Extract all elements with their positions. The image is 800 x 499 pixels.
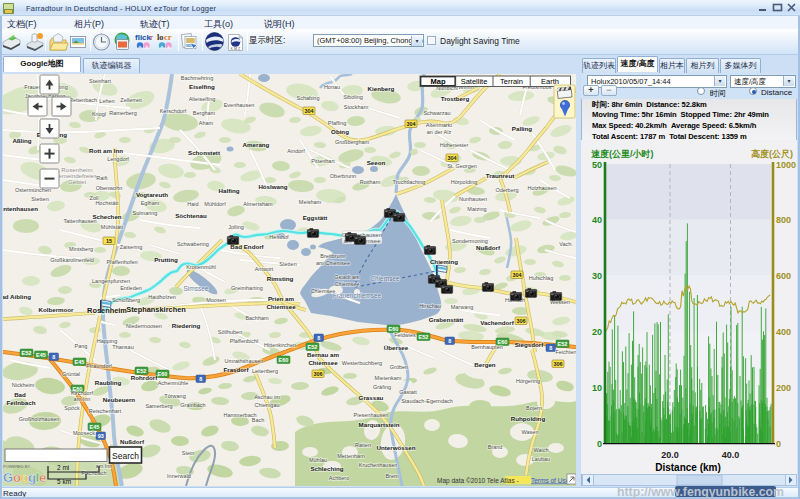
svg-text:Niedermoosen: Niedermoosen [126, 323, 162, 329]
svg-text:Alteiselfing: Alteiselfing [189, 96, 216, 102]
svg-text:E52: E52 [308, 344, 318, 350]
svg-text:Distance (km): Distance (km) [655, 462, 721, 473]
svg-text:Prien am: Prien am [268, 295, 295, 302]
svg-text:Leitenberg: Leitenberg [252, 368, 278, 374]
svg-text:Eglham: Eglham [141, 200, 160, 206]
svg-text:Waich: Waich [533, 447, 548, 453]
svg-text:0: 0 [597, 439, 602, 449]
svg-text:50: 50 [592, 160, 602, 170]
svg-text:高度(公尺): 高度(公尺) [751, 149, 793, 159]
svg-text:2 mi: 2 mi [57, 464, 69, 471]
svg-text:Rettenbach: Rettenbach [69, 97, 97, 103]
svg-text:Innerwald: Innerwald [167, 473, 191, 479]
svg-text:Aindorf: Aindorf [287, 148, 305, 154]
svg-text:Söchtenau: Söchtenau [175, 212, 207, 219]
svg-text:Kienberg: Kienberg [368, 85, 395, 92]
svg-text:E52: E52 [22, 350, 32, 356]
svg-text:Marquartstein: Marquartstein [359, 421, 400, 428]
svg-text:Bojern: Bojern [526, 405, 542, 411]
svg-text:Schonstett: Schonstett [188, 149, 220, 156]
svg-text:Rohrdorf: Rohrdorf [131, 374, 158, 381]
svg-text:5 km: 5 km [57, 478, 71, 485]
svg-text:Schechen: Schechen [92, 213, 121, 220]
svg-text:Simssee: Simssee [184, 285, 209, 292]
svg-text:600: 600 [776, 271, 791, 281]
svg-text:Vachendorf: Vachendorf [480, 319, 515, 326]
svg-text:Großkarolinenfeld: Großkarolinenfeld [50, 257, 94, 263]
svg-text:Stephanskirchen: Stephanskirchen [126, 305, 186, 314]
svg-text:Amerang: Amerang [243, 141, 270, 148]
svg-text:Hufschlag: Hufschlag [529, 275, 553, 281]
svg-text:Chieming: Chieming [430, 258, 458, 265]
svg-text:Bergham: Bergham [193, 110, 216, 116]
svg-text:Haidholzen: Haidholzen [148, 294, 176, 300]
svg-text:Tuntenhausen: Tuntenhausen [3, 205, 38, 212]
svg-text:an der Alz: an der Alz [427, 129, 452, 135]
svg-text:Bernhaupten: Bernhaupten [471, 344, 503, 350]
svg-text:Pfaffing: Pfaffing [328, 120, 347, 126]
svg-text:Seeon: Seeon [367, 159, 386, 166]
svg-text:Bad Aibling: Bad Aibling [3, 293, 31, 300]
svg-text:Hirschau: Hirschau [419, 303, 441, 309]
svg-text:Pfaffenhofen: Pfaffenhofen [106, 259, 137, 265]
svg-text:8: 8 [317, 335, 320, 341]
svg-text:Chiemsee: Chiemsee [370, 275, 400, 282]
svg-text:Map data ©2010 Tele Atlas -: Map data ©2010 Tele Atlas - [437, 477, 519, 485]
svg-text:Vach.: Vach. [559, 241, 573, 247]
svg-text:40.0: 40.0 [722, 450, 740, 460]
svg-text:Siegsdorf: Siegsdorf [515, 341, 544, 348]
svg-text:1000: 1000 [776, 160, 796, 170]
svg-text:Terms of Use: Terms of Use [531, 477, 570, 484]
svg-text:am Inn: am Inn [74, 396, 91, 402]
svg-text:Feichten: Feichten [555, 349, 576, 355]
svg-text:Gröben: Gröben [390, 364, 408, 370]
svg-text:E45: E45 [75, 359, 85, 365]
svg-text:Achenmühle: Achenmühle [158, 380, 189, 386]
svg-text:E60: E60 [279, 357, 289, 363]
svg-text:Siboling: Siboling [343, 94, 363, 100]
svg-text:Aschau im: Aschau im [254, 394, 280, 400]
svg-text:Gastatt: Gastatt [399, 389, 417, 395]
svg-text:Nußdorf: Nußdorf [120, 438, 145, 445]
svg-text:Steinhart: Steinhart [89, 78, 111, 84]
svg-text:Übersee: Übersee [384, 344, 409, 351]
svg-text:Chiemsee: Chiemsee [335, 281, 360, 287]
svg-text:Satellite: Satellite [461, 77, 488, 86]
svg-text:Antwort: Antwort [255, 266, 274, 272]
svg-text:Thansau: Thansau [112, 344, 133, 350]
svg-text:Stockham: Stockham [344, 104, 369, 110]
svg-text:Spöck: Spöck [64, 405, 80, 411]
svg-text:Eggstätt: Eggstätt [303, 214, 328, 221]
svg-text:10: 10 [592, 383, 602, 393]
svg-text:Mühlstätt: Mühlstätt [101, 224, 124, 230]
svg-text:Aßling: Aßling [12, 137, 31, 144]
svg-text:Schwarzau: Schwarzau [423, 110, 450, 116]
svg-text:Zellerreit: Zellerreit [120, 97, 142, 103]
svg-text:am Chiemsee: am Chiemsee [316, 260, 350, 266]
svg-text:Nickheim: Nickheim [12, 382, 35, 388]
svg-text:Tattenhausen: Tattenhausen [63, 218, 96, 224]
svg-text:Frasdorf: Frasdorf [223, 366, 249, 373]
svg-text:30: 30 [592, 271, 602, 281]
svg-text:POWERED BY: POWERED BY [3, 464, 30, 469]
svg-text:Roitham: Roitham [360, 179, 381, 185]
svg-text:Ruhpolding: Ruhpolding [511, 415, 546, 422]
svg-text:Pang: Pang [75, 343, 88, 349]
svg-text:e: e [39, 470, 46, 485]
svg-text:Mühlau: Mühlau [309, 457, 327, 463]
svg-text:Traunreut: Traunreut [486, 172, 515, 179]
svg-text:304: 304 [304, 108, 314, 114]
svg-text:Chiemsee: Chiemsee [266, 303, 296, 310]
svg-text:E45: E45 [90, 424, 100, 430]
svg-text:Zaisering: Zaisering [120, 244, 143, 250]
svg-text:r: r [150, 33, 153, 42]
svg-text:Krottenmühl: Krottenmühl [186, 264, 216, 270]
svg-text:St. Georgen: St. Georgen [447, 163, 477, 169]
svg-text:Brem: Brem [385, 473, 399, 479]
svg-text:Grassau: Grassau [359, 394, 384, 401]
svg-text:Langenpfunzen: Langenpfunzen [92, 278, 130, 284]
svg-text:400: 400 [776, 327, 791, 337]
svg-text:Samerberg: Samerberg [145, 403, 172, 409]
svg-text:Unterwössen: Unterwössen [377, 444, 416, 451]
svg-text:200: 200 [776, 383, 791, 393]
